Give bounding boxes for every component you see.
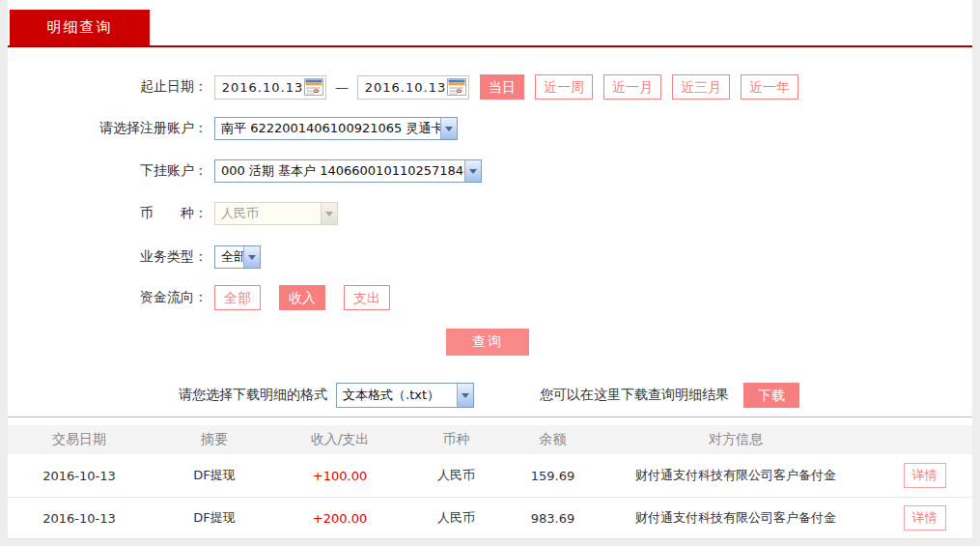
fund-direction-row: 资金流向： 全部 收入 支出 bbox=[8, 285, 390, 310]
date-range-row: 起止日期： 2016.10.13 — 2016.10.13 bbox=[8, 74, 798, 100]
cell-currency: 人民币 bbox=[402, 509, 511, 527]
details-query-page: 明细查询 起止日期： 2016.10.13 — bbox=[0, 0, 980, 546]
cell-currency: 人民币 bbox=[402, 467, 511, 484]
currency-select: 人民币 bbox=[214, 202, 338, 225]
register-account-label: 请选择注册账户： bbox=[8, 120, 208, 137]
sub-account-value: 000 活期 基本户 1406600101102571848 bbox=[215, 162, 464, 180]
cell-counterparty: 财付通支付科技有限公司客户备付金 bbox=[595, 509, 877, 527]
calendar-icon[interactable] bbox=[304, 78, 323, 96]
header-cell-amount: 收入/支出 bbox=[278, 431, 402, 448]
business-type-value: 全部 bbox=[215, 248, 243, 266]
chevron-down-icon[interactable] bbox=[464, 160, 481, 182]
cell-date: 2016-10-13 bbox=[8, 511, 151, 526]
header-cell-balance: 余额 bbox=[511, 431, 595, 448]
sub-account-label: 下挂账户： bbox=[8, 162, 208, 180]
header-cell-summary: 摘要 bbox=[151, 431, 278, 448]
download-format-label: 请您选择下载明细的格式 bbox=[179, 387, 327, 404]
currency-value: 人民币 bbox=[215, 205, 321, 222]
chevron-down-icon[interactable] bbox=[457, 384, 473, 407]
cell-balance: 159.69 bbox=[511, 469, 595, 483]
tab-label: 明细查询 bbox=[47, 18, 113, 37]
date-separator: — bbox=[335, 79, 349, 95]
sub-account-row: 下挂账户： 000 活期 基本户 1406600101102571848 bbox=[8, 159, 482, 183]
cell-summary: DF提现 bbox=[151, 509, 278, 527]
business-type-select[interactable]: 全部 bbox=[214, 245, 261, 269]
download-format-select[interactable]: 文本格式（.txt） bbox=[336, 383, 474, 408]
detail-button[interactable]: 详情 bbox=[904, 505, 946, 531]
date-start-value: 2016.10.13 bbox=[221, 80, 304, 95]
table-top-divider bbox=[8, 417, 972, 417]
business-type-label: 业务类型： bbox=[8, 248, 208, 266]
register-account-select[interactable]: 南平 6222001406100921065 灵通卡 bbox=[214, 117, 458, 140]
chevron-down-icon[interactable] bbox=[243, 246, 260, 268]
cell-amount: +100.00 bbox=[278, 469, 402, 483]
download-row: 请您选择下载明细的格式 文本格式（.txt） 您可以在这里下载查询明细结果 下载 bbox=[179, 383, 799, 408]
date-range-label: 起止日期： bbox=[8, 78, 208, 96]
quick-button-last-year[interactable]: 近一年 bbox=[741, 74, 798, 100]
quick-button-today[interactable]: 当日 bbox=[480, 74, 524, 100]
tab-details-query[interactable]: 明细查询 bbox=[10, 10, 150, 45]
date-end-value: 2016.10.13 bbox=[364, 80, 447, 95]
register-account-value: 南平 6222001406100921065 灵通卡 bbox=[215, 120, 440, 137]
quick-button-last-3-months[interactable]: 近三月 bbox=[672, 74, 730, 100]
header-cell-counterparty: 对方信息 bbox=[595, 431, 877, 448]
header-cell-date: 交易日期 bbox=[8, 431, 151, 448]
sub-account-select[interactable]: 000 活期 基本户 1406600101102571848 bbox=[214, 159, 482, 183]
date-start-input[interactable]: 2016.10.13 bbox=[214, 75, 326, 100]
cell-date: 2016-10-13 bbox=[8, 469, 151, 483]
fund-expense-button[interactable]: 支出 bbox=[344, 285, 390, 310]
calendar-icon[interactable] bbox=[447, 78, 466, 96]
cell-balance: 983.69 bbox=[511, 511, 595, 526]
register-account-row: 请选择注册账户： 南平 6222001406100921065 灵通卡 bbox=[8, 117, 458, 140]
quick-button-last-week[interactable]: 近一周 bbox=[535, 74, 593, 100]
fund-direction-label: 资金流向： bbox=[8, 289, 208, 306]
currency-row: 币 种： 人民币 bbox=[8, 202, 338, 225]
header-cell-currency: 币种 bbox=[402, 431, 511, 448]
quick-button-last-month[interactable]: 近一月 bbox=[603, 74, 661, 100]
fund-income-button[interactable]: 收入 bbox=[279, 285, 325, 310]
table-row: 2016-10-13 DF提现 +200.00 人民币 983.69 财付通支付… bbox=[8, 498, 972, 539]
download-hint: 您可以在这里下载查询明细结果 bbox=[540, 387, 729, 404]
cell-counterparty: 财付通支付科技有限公司客户备付金 bbox=[595, 467, 877, 484]
fund-all-button[interactable]: 全部 bbox=[214, 285, 261, 310]
query-button[interactable]: 查询 bbox=[446, 329, 529, 356]
download-format-value: 文本格式（.txt） bbox=[337, 387, 457, 404]
cell-summary: DF提现 bbox=[151, 467, 278, 484]
chevron-down-icon bbox=[321, 203, 337, 224]
tab-underline-divider bbox=[8, 45, 972, 47]
cell-amount: +200.00 bbox=[278, 511, 402, 526]
business-type-row: 业务类型： 全部 bbox=[8, 245, 261, 269]
detail-button[interactable]: 详情 bbox=[904, 463, 946, 488]
download-button[interactable]: 下载 bbox=[743, 383, 799, 408]
table-header: 交易日期 摘要 收入/支出 币种 余额 对方信息 bbox=[8, 425, 972, 454]
date-end-input[interactable]: 2016.10.13 bbox=[357, 75, 469, 100]
currency-label: 币 种： bbox=[8, 205, 208, 222]
table-row: 2016-10-13 DF提现 +100.00 人民币 159.69 财付通支付… bbox=[8, 454, 972, 498]
chevron-down-icon[interactable] bbox=[440, 118, 457, 139]
